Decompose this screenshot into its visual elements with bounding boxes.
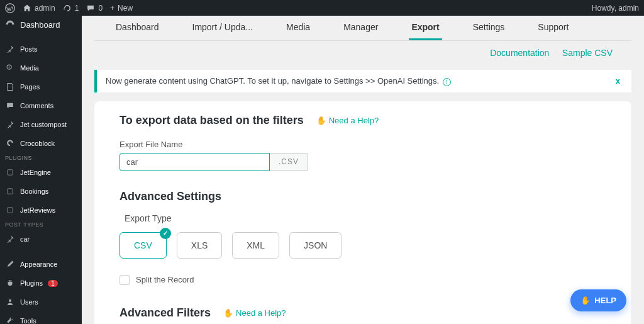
tab-support[interactable]: Support <box>535 16 571 40</box>
pin-icon <box>5 44 15 54</box>
site-name: admin <box>35 4 55 13</box>
need-help-link-filters[interactable]: ✋ Need a Help? <box>223 308 286 318</box>
tab-links: Documentation Sample CSV <box>94 41 631 65</box>
sidebar-label: Bookings <box>20 187 48 195</box>
sample-csv-link[interactable]: Sample CSV <box>562 48 613 58</box>
tab-nav: Dashboard Import / Upda... Media Manager… <box>94 16 631 41</box>
advanced-filters-title: Advanced Filters <box>119 306 211 320</box>
howdy-link[interactable]: Howdy, admin <box>592 4 639 13</box>
type-option-xls[interactable]: XLS <box>177 232 222 259</box>
svg-rect-4 <box>8 208 13 213</box>
help-float-button[interactable]: ✋ HELP <box>570 289 626 311</box>
sidebar-item-jetreviews[interactable]: JetReviews <box>0 201 82 220</box>
tab-manager[interactable]: Manager <box>341 16 380 40</box>
comment-icon <box>86 4 95 13</box>
filename-input-group: .CSV <box>119 153 308 171</box>
sidebar-label: Pages <box>20 83 40 91</box>
hand-icon: ✋ <box>316 116 326 125</box>
sidebar-section-post-types: Post Types <box>0 220 82 230</box>
tab-media[interactable]: Media <box>284 16 313 40</box>
export-panel: To export data based on the filters ✋ Ne… <box>94 101 631 325</box>
plug-icon <box>5 278 15 288</box>
wp-sidebar: Dashboard Posts Media Pages Comments Jet… <box>0 16 82 324</box>
sidebar-label: car <box>20 235 30 243</box>
sidebar-item-jetengine[interactable]: JetEngine <box>0 163 82 182</box>
sidebar-item-comments[interactable]: Comments <box>0 96 82 115</box>
chatgpt-notice: Now generate content using ChatGPT. To s… <box>94 70 631 92</box>
svg-rect-2 <box>8 170 13 175</box>
sidebar-label: Posts <box>20 45 38 53</box>
site-name-link[interactable]: admin <box>23 4 55 13</box>
tab-dashboard[interactable]: Dashboard <box>113 16 162 40</box>
wp-logo[interactable] <box>5 3 15 13</box>
wrench-icon <box>5 316 15 324</box>
help-float-label: HELP <box>594 296 616 305</box>
sidebar-label: JetReviews <box>20 206 55 214</box>
split-record-checkbox[interactable] <box>119 275 130 285</box>
sidebar-label: Appearance <box>20 260 57 268</box>
type-option-csv[interactable]: CSV <box>119 232 167 259</box>
advanced-settings-title: Advanced Settings <box>119 190 606 203</box>
howdy-text: Howdy, admin <box>592 4 639 13</box>
split-record-label: Split the Record <box>136 275 194 284</box>
comments-link[interactable]: 0 <box>86 4 103 13</box>
sidebar-item-media[interactable]: Media <box>0 59 82 77</box>
sidebar-label: Jet custompost <box>20 121 67 128</box>
sidebar-item-crocoblock[interactable]: Crocoblock <box>0 134 82 153</box>
sidebar-item-plugins[interactable]: Plugins 1 <box>0 274 82 293</box>
main-content: Dashboard Import / Upda... Media Manager… <box>82 16 644 324</box>
media-icon <box>5 63 15 73</box>
notice-close-button[interactable]: x <box>613 76 623 86</box>
sidebar-label: Comments <box>20 102 53 109</box>
sidebar-label: Crocoblock <box>20 140 55 147</box>
filename-label: Export File Name <box>119 140 606 149</box>
page-icon <box>5 82 15 92</box>
plugins-badge: 1 <box>48 280 58 287</box>
svg-point-5 <box>9 299 11 302</box>
comments-count: 0 <box>98 4 103 13</box>
tab-settings[interactable]: Settings <box>470 16 508 40</box>
file-extension: .CSV <box>270 153 308 171</box>
sidebar-label: Media <box>20 64 39 72</box>
updates-count: 1 <box>75 4 79 13</box>
export-type-options: CSV XLS XML JSON <box>119 232 606 259</box>
type-option-json[interactable]: JSON <box>289 232 341 259</box>
hand-icon: ✋ <box>223 308 233 318</box>
info-icon[interactable]: ! <box>443 78 451 86</box>
sidebar-item-appearance[interactable]: Appearance <box>0 255 82 274</box>
notice-text: Now generate content using ChatGPT. To s… <box>106 76 439 86</box>
help-label: Need a Help? <box>236 308 286 318</box>
plugin-icon <box>5 205 15 215</box>
documentation-link[interactable]: Documentation <box>490 48 549 58</box>
refresh-icon <box>63 4 72 13</box>
plugin-icon <box>5 167 15 177</box>
pin-icon <box>5 120 15 130</box>
sidebar-item-tools[interactable]: Tools <box>0 311 82 324</box>
sidebar-item-posts[interactable]: Posts <box>0 40 82 59</box>
need-help-link[interactable]: ✋ Need a Help? <box>316 116 379 125</box>
brush-icon <box>5 259 15 269</box>
new-label: New <box>118 4 133 13</box>
sidebar-section-plugins: Plugins <box>0 153 82 163</box>
user-icon <box>5 297 15 307</box>
sidebar-item-jet-custompost[interactable]: Jet custompost <box>0 115 82 134</box>
sidebar-item-users[interactable]: Users <box>0 293 82 311</box>
help-label: Need a Help? <box>329 116 379 125</box>
sidebar-label: Plugins <box>20 279 43 287</box>
updates-link[interactable]: 1 <box>63 4 79 13</box>
tab-export[interactable]: Export <box>409 16 441 40</box>
crocoblock-icon <box>5 138 15 148</box>
export-type-label: Export Type <box>119 213 606 223</box>
sidebar-label: Dashboard <box>20 20 60 30</box>
plus-icon: + <box>110 4 114 13</box>
filename-input[interactable] <box>119 153 270 171</box>
sidebar-item-bookings[interactable]: Bookings <box>0 182 82 201</box>
comment-icon <box>5 101 15 111</box>
sidebar-label: Users <box>20 298 38 306</box>
new-link[interactable]: + New <box>110 4 133 13</box>
sidebar-item-dashboard[interactable]: Dashboard <box>0 16 82 33</box>
sidebar-item-car[interactable]: car <box>0 230 82 249</box>
sidebar-item-pages[interactable]: Pages <box>0 77 82 96</box>
tab-import[interactable]: Import / Upda... <box>190 16 255 40</box>
type-option-xml[interactable]: XML <box>232 232 279 259</box>
